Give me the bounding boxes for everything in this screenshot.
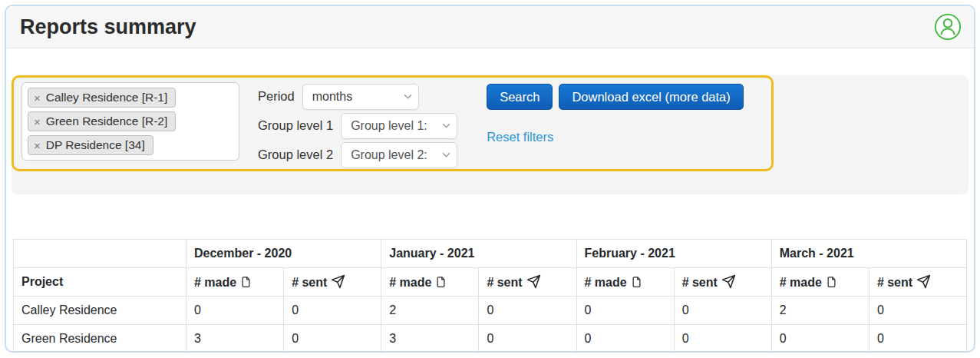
table-row: Calley Residence00200020 [14, 297, 967, 325]
sent-column-header: # sent [869, 268, 966, 297]
report-count-cell: 0 [869, 325, 966, 353]
report-count-cell: 0 [186, 297, 284, 325]
selected-project-tag[interactable]: ×DP Residence [34] [28, 135, 153, 155]
chevron-down-icon [404, 94, 412, 99]
report-count-cell: 0 [479, 325, 576, 353]
group-level-1-label: Group level 1 [258, 118, 333, 133]
group-level-2-label: Group level 2 [258, 148, 333, 162]
made-column-header: # made [576, 268, 674, 297]
month-group-header: January - 2021 [381, 240, 576, 268]
page-card: Reports summary ×Calley Residence [R-1]×… [5, 5, 975, 353]
report-count-cell: 0 [576, 297, 674, 325]
made-column-header: # made [186, 268, 284, 297]
filter-panel: ×Calley Residence [R-1]×Green Residence … [12, 75, 968, 194]
selected-project-tag[interactable]: ×Calley Residence [R-1] [28, 88, 176, 108]
tag-label: DP Residence [34] [46, 138, 145, 152]
document-icon [435, 275, 447, 289]
project-multiselect[interactable]: ×Calley Residence [R-1]×Green Residence … [21, 82, 239, 161]
report-count-cell: 0 [284, 297, 381, 325]
paper-plane-icon [331, 274, 345, 289]
user-avatar-icon[interactable] [934, 13, 962, 41]
report-count-cell: 2 [771, 297, 869, 325]
report-count-cell: 0 [479, 297, 576, 325]
report-count-cell: 0 [284, 325, 381, 353]
project-column-header: Project [14, 268, 186, 297]
paper-plane-icon [526, 274, 541, 289]
chevron-down-icon [442, 123, 450, 128]
selected-project-tag[interactable]: ×Green Residence [R-2] [28, 111, 176, 131]
period-label: Period [258, 89, 295, 104]
paper-plane-icon [916, 274, 931, 289]
tag-label: Green Residence [R-2] [46, 114, 168, 128]
sent-column-header: # sent [284, 268, 381, 297]
report-count-cell: 0 [771, 325, 869, 353]
group-level-2-select-value: Group level 2: [351, 148, 427, 162]
report-count-cell: 0 [674, 297, 771, 325]
document-icon [631, 275, 642, 289]
report-count-cell: 2 [381, 297, 479, 325]
filter-actions: Search Download excel (more data) Reset … [487, 84, 744, 144]
month-group-header: December - 2020 [186, 240, 381, 268]
group-level-1-select-value: Group level 1: [351, 119, 427, 133]
filter-highlight-box: ×Calley Residence [R-1]×Green Residence … [12, 75, 774, 171]
month-group-header: February - 2021 [576, 240, 771, 268]
group-level-1-select[interactable]: Group level 1: [341, 113, 457, 139]
project-name-cell: Green Residence [14, 325, 186, 353]
period-select[interactable]: months [302, 84, 419, 110]
document-icon [240, 275, 252, 289]
corner-cell [14, 240, 186, 268]
remove-tag-icon[interactable]: × [34, 116, 41, 128]
report-count-cell: 0 [576, 325, 674, 353]
month-group-header: March - 2021 [771, 240, 966, 268]
tag-label: Calley Residence [R-1] [46, 91, 168, 104]
table-row: Green Residence30300000 [14, 325, 967, 353]
search-button[interactable]: Search [487, 84, 553, 110]
paper-plane-icon [721, 274, 736, 289]
remove-tag-icon[interactable]: × [34, 140, 41, 151]
report-count-cell: 3 [381, 325, 479, 353]
reset-filters-link[interactable]: Reset filters [487, 130, 553, 144]
remove-tag-icon[interactable]: × [34, 92, 41, 104]
sent-column-header: # sent [674, 268, 771, 297]
sent-column-header: # sent [479, 268, 576, 297]
filter-controls: Period months Group level 1 Group level … [258, 83, 457, 168]
report-count-cell: 0 [674, 325, 771, 353]
period-select-value: months [312, 90, 352, 104]
page-title: Reports summary [20, 15, 196, 39]
project-name-cell: Calley Residence [14, 297, 186, 325]
document-icon [826, 275, 837, 289]
reports-table: December - 2020January - 2021February - … [13, 239, 967, 353]
page-header: Reports summary [6, 6, 974, 48]
download-excel-button[interactable]: Download excel (more data) [559, 84, 743, 110]
made-column-header: # made [771, 268, 869, 297]
group-level-2-select[interactable]: Group level 2: [341, 142, 457, 168]
made-column-header: # made [381, 268, 479, 297]
chevron-down-icon [442, 152, 450, 157]
report-count-cell: 0 [869, 297, 966, 325]
report-count-cell: 3 [186, 325, 284, 353]
